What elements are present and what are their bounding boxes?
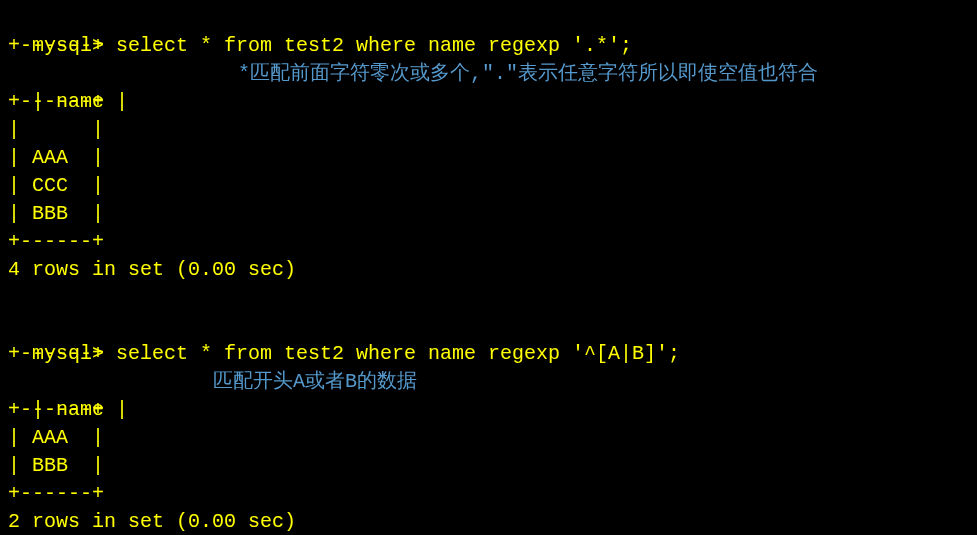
table-divider: +------+: [8, 480, 969, 508]
result-summary-2: 2 rows in set (0.00 sec): [8, 508, 969, 535]
table-divider: +------+: [8, 32, 969, 60]
table-divider: +------+: [8, 228, 969, 256]
table-divider: +------+: [8, 340, 969, 368]
annotation-1: *匹配前面字符零次或多个,"."表示任意字符所以即使空值也符合: [238, 60, 818, 88]
table-row: | |: [8, 116, 969, 144]
blank-line: [8, 284, 969, 312]
table-header-row: | name | 匹配开头A或者B的数据: [8, 368, 969, 396]
table-row: | AAA |: [8, 424, 969, 452]
table-header-row: | name | *匹配前面字符零次或多个,"."表示任意字符所以即使空值也符合: [8, 60, 969, 88]
table-row: | BBB |: [8, 452, 969, 480]
table-row: | BBB |: [8, 200, 969, 228]
table-divider: +------+: [8, 396, 969, 424]
annotation-2: 匹配开头A或者B的数据: [213, 368, 417, 396]
query2-line: mysql> select * from test2 where name re…: [8, 312, 969, 340]
query1-line: mysql> select * from test2 where name re…: [8, 4, 969, 32]
result-summary-1: 4 rows in set (0.00 sec): [8, 256, 969, 284]
table-row: | CCC |: [8, 172, 969, 200]
table-divider: +------+: [8, 88, 969, 116]
table-row: | AAA |: [8, 144, 969, 172]
